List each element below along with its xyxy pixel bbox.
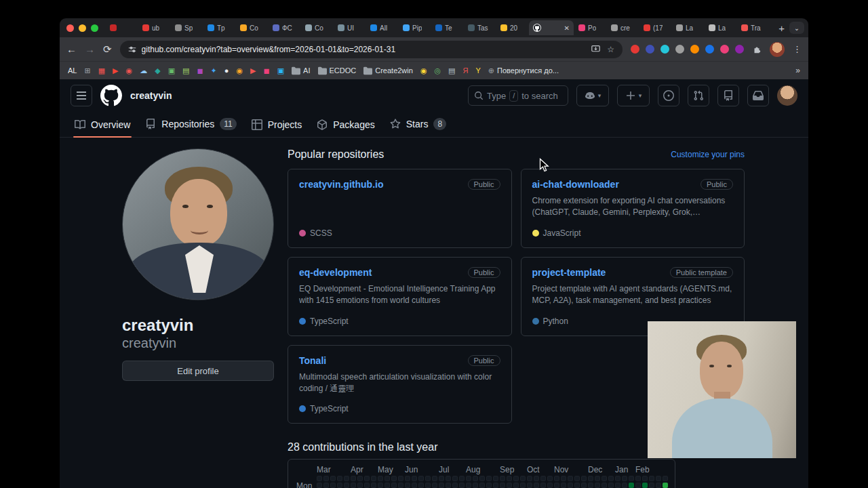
contribution-cell[interactable] (622, 483, 627, 488)
contribution-cell[interactable] (473, 476, 478, 481)
extensions-puzzle-icon[interactable] (752, 45, 762, 54)
browser-tab[interactable]: Te (431, 20, 463, 35)
browser-tab[interactable]: Pip (399, 20, 431, 35)
contribution-cell[interactable] (507, 483, 512, 488)
contribution-cell[interactable] (446, 483, 451, 488)
contribution-cell[interactable] (500, 483, 505, 488)
contribution-cell[interactable] (452, 476, 458, 481)
contribution-cell[interactable] (371, 483, 376, 488)
extension-icon[interactable] (720, 45, 729, 54)
contribution-cell[interactable] (405, 483, 410, 488)
reload-button[interactable]: ⟳ (103, 44, 112, 54)
contribution-cell[interactable] (547, 476, 553, 481)
contribution-cell[interactable] (418, 476, 424, 481)
tab-overview[interactable]: Overview (69, 119, 136, 137)
contribution-cell[interactable] (540, 483, 546, 488)
contribution-cell[interactable] (534, 476, 539, 481)
browser-tab[interactable] (106, 20, 138, 35)
contribution-cell[interactable] (378, 476, 383, 481)
contribution-cell[interactable] (568, 483, 573, 488)
tab-stars[interactable]: Stars8 (384, 118, 452, 137)
bookmark-item[interactable]: ◉ (236, 67, 243, 75)
contribution-cell[interactable] (588, 476, 593, 481)
extension-icon[interactable] (735, 45, 744, 54)
browser-tab[interactable]: ✕ (529, 20, 574, 35)
bookmark-item[interactable]: ◉ (420, 67, 427, 75)
browser-tab[interactable]: Po (574, 20, 606, 35)
contribution-cell[interactable] (351, 483, 356, 488)
contribution-cell[interactable] (561, 476, 566, 481)
contribution-cell[interactable] (629, 476, 634, 481)
repositories-button[interactable] (717, 85, 739, 106)
tab-projects[interactable]: Projects (246, 119, 308, 137)
contribution-cell[interactable] (412, 483, 417, 488)
contribution-cell[interactable] (439, 483, 444, 488)
contribution-cell[interactable] (364, 483, 370, 488)
contribution-cell[interactable] (513, 476, 519, 481)
contribution-cell[interactable] (391, 483, 397, 488)
contribution-cell[interactable] (398, 483, 403, 488)
bookmark-item[interactable]: ◼ (197, 67, 203, 75)
search-input[interactable]: Type / to search (468, 85, 568, 106)
browser-tab[interactable]: La (672, 20, 704, 35)
contribution-cell[interactable] (656, 476, 661, 481)
browser-tab[interactable]: ub (138, 20, 170, 35)
extension-icon[interactable] (675, 45, 684, 54)
contribution-cell[interactable] (527, 476, 532, 481)
contribution-cell[interactable] (439, 476, 444, 481)
bookmark-item[interactable]: AL (68, 67, 77, 75)
contribution-cell[interactable] (479, 476, 485, 481)
browser-tab[interactable]: La (705, 20, 736, 35)
contribution-cell[interactable] (452, 483, 458, 488)
tab-packages[interactable]: Packages (311, 119, 380, 137)
contribution-cell[interactable] (486, 476, 492, 481)
browser-tab[interactable]: Tra (737, 20, 769, 35)
contribution-cell[interactable] (317, 476, 322, 481)
back-button[interactable]: ← (66, 44, 77, 54)
extension-icon[interactable] (646, 45, 654, 54)
contribution-cell[interactable] (588, 483, 593, 488)
contribution-cell[interactable] (344, 483, 349, 488)
bookmark-folder[interactable]: ECDOC (318, 66, 357, 75)
contribution-cell[interactable] (384, 476, 390, 481)
contribution-cell[interactable] (656, 483, 661, 488)
contribution-cell[interactable] (459, 476, 465, 481)
contribution-cell[interactable] (337, 476, 342, 481)
contribution-cell[interactable] (642, 476, 648, 481)
browser-tab[interactable]: Tp (203, 20, 235, 35)
contribution-cell[interactable] (323, 476, 329, 481)
contribution-cell[interactable] (418, 483, 424, 488)
contribution-cell[interactable] (663, 483, 668, 488)
browser-tab[interactable]: Co (236, 20, 268, 35)
contribution-cell[interactable] (601, 476, 607, 481)
browser-tab[interactable]: UI (334, 20, 366, 35)
forward-button[interactable]: → (85, 44, 95, 54)
github-logo-icon[interactable] (100, 85, 122, 106)
bookmark-item[interactable]: ⊕Повернутися до... (488, 66, 559, 75)
browser-tab[interactable]: 20 (496, 20, 528, 35)
contribution-cell[interactable] (486, 483, 492, 488)
site-settings-icon[interactable] (128, 45, 136, 54)
contribution-cell[interactable] (330, 483, 336, 488)
contribution-cell[interactable] (391, 476, 397, 481)
extension-icon[interactable] (660, 45, 669, 54)
contribution-cell[interactable] (615, 483, 620, 488)
contribution-cell[interactable] (547, 483, 553, 488)
contribution-cell[interactable] (330, 476, 336, 481)
tab-close-icon[interactable]: ✕ (564, 24, 570, 32)
contribution-cell[interactable] (364, 476, 370, 481)
contribution-cell[interactable] (629, 483, 634, 488)
header-context-label[interactable]: creatyvin (130, 90, 172, 101)
url-text[interactable]: github.com/creatyvin?tab=overview&from=2… (142, 45, 587, 54)
browser-tab[interactable]: Co (301, 20, 333, 35)
bookmark-item[interactable]: ✦ (211, 67, 217, 75)
browser-tab[interactable]: Sp (171, 20, 203, 35)
contribution-cell[interactable] (466, 476, 471, 481)
browser-tab[interactable]: (17 (639, 20, 671, 35)
contribution-cell[interactable] (574, 483, 580, 488)
contribution-cell[interactable] (663, 476, 668, 481)
contribution-cell[interactable] (649, 483, 654, 488)
address-bar[interactable]: github.com/creatyvin?tab=overview&from=2… (120, 41, 623, 58)
hamburger-menu-button[interactable] (71, 85, 92, 106)
contribution-cell[interactable] (581, 483, 587, 488)
